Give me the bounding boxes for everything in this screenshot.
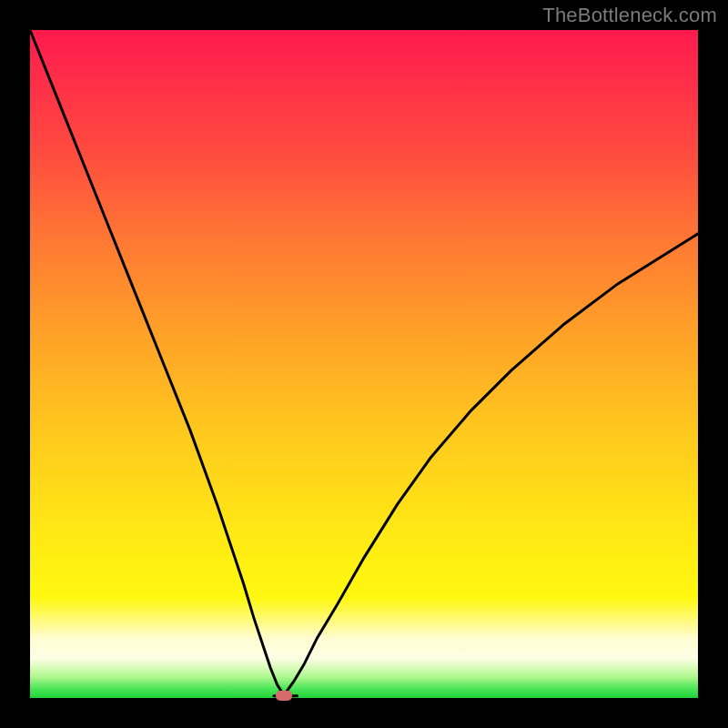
curve-right-branch <box>284 234 698 695</box>
optimum-marker <box>276 691 292 701</box>
bottleneck-curve <box>30 30 698 698</box>
watermark-text: TheBottleneck.com <box>542 4 717 27</box>
chart-frame: TheBottleneck.com <box>0 0 728 728</box>
curve-left-branch <box>30 30 284 695</box>
